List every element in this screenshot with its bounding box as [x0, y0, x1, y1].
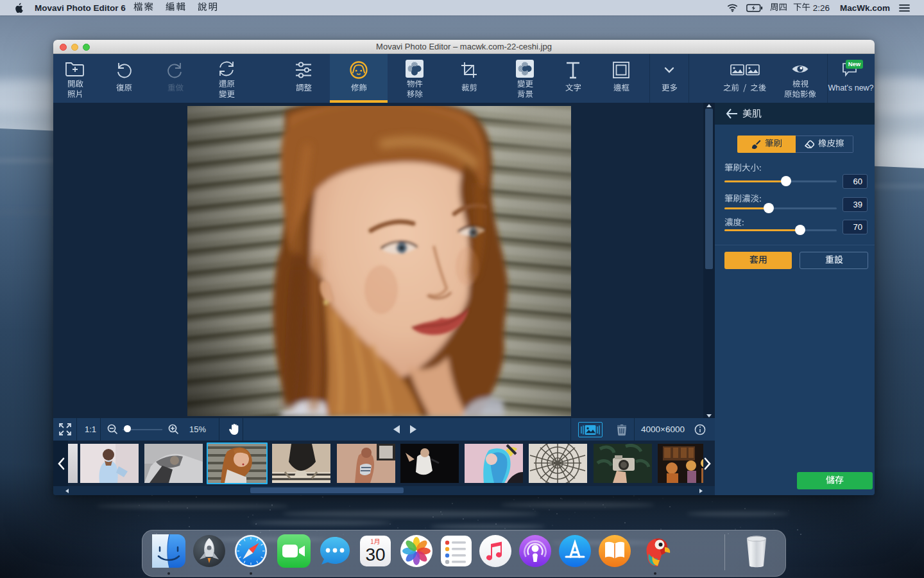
svg-text:30: 30	[365, 545, 385, 565]
